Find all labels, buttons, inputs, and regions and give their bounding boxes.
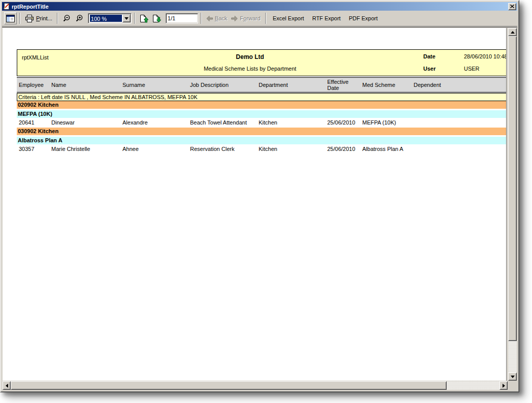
data-row: 30357Marie ChristelleAhneeReservation Cl… — [17, 144, 507, 154]
cell-effective-date: 25/06/2010 — [327, 146, 355, 152]
data-row: 20641DineswarAlexandreBeach Towel Attend… — [17, 118, 507, 128]
cell-surname: Ahnee — [122, 146, 139, 152]
scheme-header-row: MEFPA (10K) — [17, 110, 507, 118]
scroll-left-button[interactable] — [3, 381, 11, 390]
cell-department: Kitchen — [259, 146, 277, 152]
triangle-left-icon — [6, 384, 8, 388]
date-value: 28/06/2010 10:48:26 — [464, 53, 507, 59]
cell-name: Marie Christelle — [51, 146, 90, 152]
column-header-surname: Surname — [122, 78, 188, 92]
report-subtitle: Medical Scheme Lists by Department — [17, 66, 483, 72]
screen: rptReportTitle — [0, 0, 532, 403]
zoom-in-button[interactable] — [73, 12, 86, 24]
triangle-up-icon — [511, 31, 515, 34]
cell-med-scheme: Albatross Plan A — [362, 146, 403, 152]
toggle-group-tree-icon — [6, 15, 15, 22]
report-rows: Criteria : Left date IS NULL , Med Schem… — [17, 93, 507, 154]
triangle-down-icon — [511, 376, 515, 378]
cell-name: Dineswar — [51, 119, 75, 126]
cell-employee: 30357 — [19, 146, 35, 152]
toolbar-separator — [57, 13, 58, 24]
pdf-export-button[interactable]: PDF Export — [345, 15, 382, 21]
report-preview-area: rptXMLList Demo Ltd Medical Scheme Lists… — [2, 27, 517, 390]
magnifier-plus-icon — [75, 14, 84, 23]
cell-department: Kitchen — [259, 119, 277, 126]
scroll-down-button[interactable] — [508, 373, 517, 381]
criteria-row: Criteria : Left date IS NULL , Med Schem… — [17, 93, 507, 101]
vertical-scrollbar[interactable] — [508, 28, 517, 381]
toggle-group-tree-button[interactable] — [4, 12, 17, 24]
right-arrow-icon — [231, 16, 238, 21]
toolbar-separator — [201, 13, 202, 24]
page-green-arrow-down-icon — [152, 14, 162, 23]
page-green-arrow-up-icon — [139, 14, 149, 23]
window-title: rptReportTitle — [12, 4, 508, 10]
horizontal-scrollbar[interactable] — [3, 381, 508, 390]
report-header-band: rptXMLList Demo Ltd Medical Scheme Lists… — [17, 49, 507, 76]
forward-button[interactable]: Forward — [229, 12, 262, 24]
print-button[interactable]: Print... — [23, 12, 54, 24]
printer-icon — [25, 15, 34, 22]
close-button[interactable] — [508, 3, 516, 10]
excel-export-button[interactable]: Excel Export — [269, 15, 308, 21]
toolbar: Print... 100 % — [2, 11, 517, 26]
cell-surname: Alexandre — [122, 119, 148, 126]
zoom-out-button[interactable] — [60, 12, 73, 24]
close-x-icon — [510, 5, 514, 8]
cell-job-description: Beach Towel Attendant — [190, 119, 247, 126]
column-header-employee: Employee — [19, 78, 49, 92]
cell-med-scheme: MEFPA (10K) — [362, 119, 396, 126]
zoom-level-combobox[interactable]: 100 % — [88, 13, 132, 23]
column-header-job-description: Job Description — [190, 78, 257, 92]
magnifier-minus-icon — [62, 14, 71, 23]
page-indicator-field[interactable]: 1/1 — [166, 13, 198, 23]
scroll-up-button[interactable] — [508, 28, 517, 36]
rtf-export-button[interactable]: RTF Export — [308, 15, 345, 21]
report-viewer-window: rptReportTitle — [0, 0, 519, 392]
group-header-row: 030902 Kitchen — [17, 128, 507, 135]
triangle-right-icon — [503, 384, 505, 388]
back-button[interactable]: Back — [204, 12, 229, 24]
zoom-level-value: 100 % — [90, 15, 122, 22]
toolbar-separator — [265, 13, 266, 24]
column-header-effective-date: Effective Date — [327, 78, 360, 92]
combobox-dropdown-button[interactable] — [122, 14, 131, 22]
scheme-header-row: Albatross Plan A — [17, 137, 507, 144]
scrollbar-corner — [508, 381, 517, 390]
titlebar: rptReportTitle — [2, 2, 517, 11]
cell-employee: 20641 — [19, 119, 35, 126]
report-page: rptXMLList Demo Ltd Medical Scheme Lists… — [3, 28, 507, 381]
left-arrow-icon — [206, 16, 213, 21]
user-value: USER — [464, 66, 480, 72]
company-title: Demo Ltd — [17, 53, 483, 60]
horizontal-scroll-thumb[interactable] — [11, 381, 447, 390]
toolbar-separator — [19, 13, 20, 24]
column-header-med-scheme: Med Scheme — [362, 78, 412, 92]
cell-effective-date: 25/06/2010 — [327, 119, 355, 126]
column-header-name: Name — [51, 78, 120, 92]
next-page-button[interactable] — [150, 12, 163, 24]
cell-job-description: Reservation Clerk — [190, 146, 234, 152]
column-header-dependent: Dependent — [414, 78, 485, 92]
column-header-department: Department — [259, 78, 325, 92]
toolbar-separator — [134, 13, 135, 24]
previous-page-button[interactable] — [138, 12, 150, 24]
scroll-right-button[interactable] — [499, 381, 508, 390]
group-header-row: 020902 Kitchen — [17, 101, 507, 109]
column-header-row: EmployeeNameSurnameJob DescriptionDepart… — [17, 77, 507, 92]
date-label: Date — [423, 53, 435, 59]
vertical-scroll-thumb[interactable] — [508, 36, 517, 341]
chevron-down-icon — [124, 17, 129, 20]
report-document-icon — [3, 3, 10, 10]
user-label: User — [423, 66, 435, 72]
